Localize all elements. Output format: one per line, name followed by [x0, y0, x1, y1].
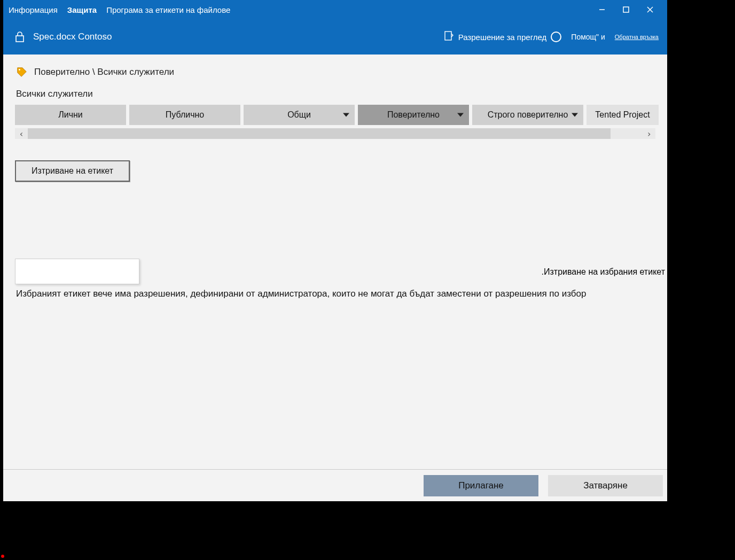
menu-info[interactable]: Информация	[9, 5, 58, 14]
svg-point-6	[19, 69, 20, 71]
minimize-button[interactable]	[590, 2, 614, 18]
view-permission-button[interactable]: Разрешение за преглед	[443, 30, 562, 44]
feedback-link[interactable]: Обратна връзка	[615, 34, 659, 40]
labels-row: Лични Публично Общи Поверително Строго п…	[3, 105, 667, 125]
close-button[interactable]	[638, 2, 662, 18]
document-title: Spec.docx Contoso	[33, 32, 112, 42]
info-circle-icon	[551, 32, 561, 42]
document-permission-icon	[443, 30, 454, 44]
menu-file-label-viewer[interactable]: Програма за етикети на файлове	[106, 5, 230, 14]
red-dot-indicator	[1, 555, 4, 558]
section-label: Всички служители	[3, 78, 667, 105]
chevron-down-icon	[572, 113, 578, 117]
apply-button[interactable]: Прилагане	[424, 475, 538, 496]
label-text: Поверително	[387, 110, 440, 120]
window-controls	[590, 2, 662, 18]
label-general[interactable]: Общи	[244, 105, 355, 125]
label-breadcrumb: Поверително \ Всички служители	[3, 66, 667, 78]
footer: Прилагане Затваряне	[3, 469, 667, 501]
help-link[interactable]: Помощ" и	[571, 33, 605, 41]
label-text: Строго поверително	[488, 110, 568, 120]
chevron-down-icon	[343, 113, 349, 117]
body: Поверително \ Всички служители Всички сл…	[3, 55, 667, 469]
apply-label: Прилагане	[458, 480, 504, 491]
label-text: Лични	[58, 110, 83, 120]
view-permission-label: Разрешение за преглед	[458, 33, 547, 42]
maximize-button[interactable]	[614, 2, 638, 18]
svg-rect-4	[16, 36, 24, 42]
breadcrumb-text: Поверително \ Всички служители	[34, 67, 174, 77]
label-tented-project[interactable]: Tented Project	[587, 105, 659, 125]
labels-scrollbar[interactable]: ‹ ›	[15, 128, 655, 139]
svg-rect-1	[623, 7, 629, 12]
delete-label-text: Изтриване на етикет	[32, 166, 113, 176]
scroll-left-button[interactable]: ‹	[15, 129, 28, 139]
lock-icon	[14, 30, 26, 43]
menu-protect[interactable]: Защита	[67, 5, 97, 14]
label-public[interactable]: Публично	[129, 105, 240, 125]
info-text: Избраният етикет вече има разрешения, де…	[16, 289, 654, 299]
close-dialog-button[interactable]: Затваряне	[548, 475, 663, 496]
tooltip-popup	[15, 259, 139, 284]
label-confidential[interactable]: Поверително	[358, 105, 469, 125]
scroll-right-button[interactable]: ›	[643, 129, 655, 139]
svg-rect-5	[445, 32, 451, 40]
label-highly-confidential[interactable]: Строго поверително	[472, 105, 583, 125]
tooltip-text: .Изтриване на избрания етикет	[542, 267, 665, 277]
chevron-down-icon	[457, 113, 464, 117]
label-text: Tented Project	[595, 110, 650, 120]
label-text: Публично	[166, 110, 204, 120]
label-text: Общи	[287, 110, 311, 120]
close-label: Затваряне	[583, 480, 628, 491]
label-personal[interactable]: Лични	[15, 105, 126, 125]
subheader: Spec.docx Contoso Разрешение за преглед …	[3, 19, 667, 55]
delete-label-button[interactable]: Изтриване на етикет	[15, 160, 130, 182]
app-window: Информация Защита Програма за етикети на…	[3, 0, 667, 501]
titlebar: Информация Защита Програма за етикети на…	[3, 0, 667, 19]
tag-icon	[16, 66, 28, 78]
scroll-track[interactable]	[28, 128, 611, 139]
